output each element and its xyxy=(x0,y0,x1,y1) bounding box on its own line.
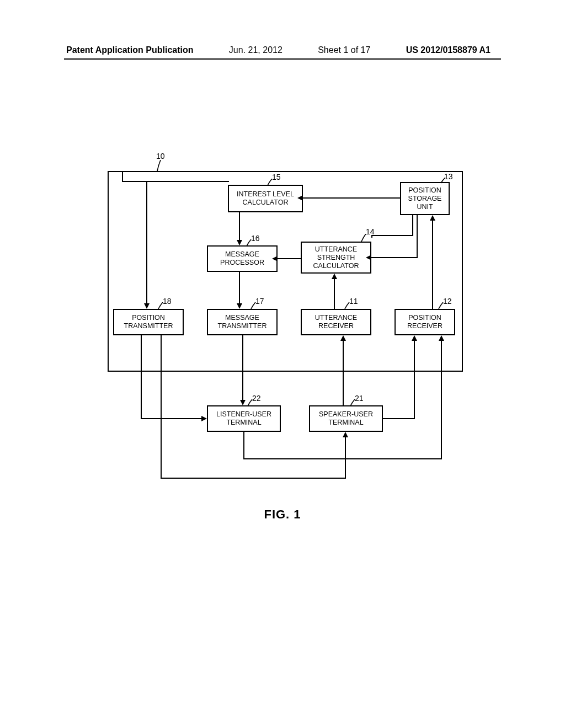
ref-10: 10 xyxy=(156,152,165,160)
position-transmitter: POSITION TRANSMITTER xyxy=(113,309,184,335)
utterance-receiver: UTTERANCE RECEIVER xyxy=(301,309,371,335)
interest-level-calculator: INTEREST LEVEL CALCULATOR xyxy=(228,185,303,212)
message-transmitter: MESSAGE TRANSMITTER xyxy=(207,309,278,335)
pub-date-label: Jun. 21, 2012 xyxy=(229,45,282,55)
sheet-label: Sheet 1 of 17 xyxy=(318,45,370,55)
figure-label: FIG. 1 xyxy=(0,507,565,522)
speaker-user-terminal: SPEAKER-USER TERMINAL xyxy=(309,405,383,432)
pub-type-label: Patent Application Publication xyxy=(66,45,194,55)
figure-1-diagram: 10 INTEREST LEVEL CALCULATOR POSITION ST… xyxy=(108,154,461,496)
listener-user-terminal: LISTENER-USER TERMINAL xyxy=(207,405,281,432)
position-receiver: POSITION RECEIVER xyxy=(395,309,455,335)
header-rule xyxy=(64,58,501,60)
message-processor: MESSAGE PROCESSOR xyxy=(207,245,278,272)
utterance-strength-calculator: UTTERANCE STRENGTH CALCULATOR xyxy=(301,242,371,274)
position-storage-unit: POSITION STORAGE UNIT xyxy=(400,182,450,215)
pub-no-label: US 2012/0158879 A1 xyxy=(406,45,491,55)
